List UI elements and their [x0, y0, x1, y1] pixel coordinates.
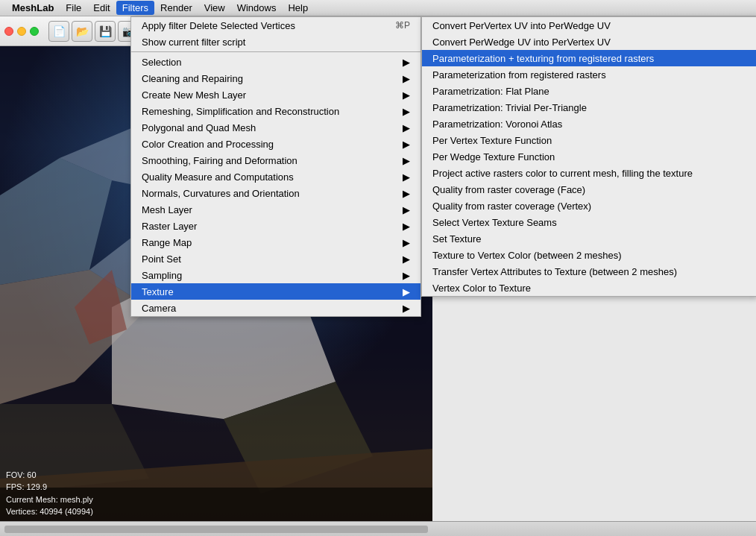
tex-item-9[interactable]: Project active rasters color to current …	[422, 165, 756, 181]
menu-create-mesh[interactable]: Create New Mesh Layer ▶	[131, 86, 420, 103]
menu-remeshing[interactable]: Remeshing, Simplification and Reconstruc…	[131, 103, 420, 119]
menu-texture[interactable]: Texture ▶	[131, 283, 420, 300]
tex-label-6: Parametrization: Voronoi Atlas	[432, 119, 562, 130]
tex-item-3[interactable]: Parameterization from registered rasters	[422, 66, 756, 83]
tex-label-4: Parametrization: Flat Plane	[432, 86, 549, 97]
separator-1	[131, 51, 420, 52]
show-filter-script-item[interactable]: Show current filter script	[131, 34, 420, 50]
maximize-button[interactable]	[30, 27, 39, 36]
apply-filter-shortcut: ⌘P	[395, 20, 410, 31]
mesh-label: Current Mesh: mesh.ply	[6, 494, 93, 506]
sampling-label: Sampling	[142, 270, 182, 281]
open-btn[interactable]: 📂	[72, 21, 92, 42]
menu-polygonal[interactable]: Polygonal and Quad Mesh ▶	[131, 119, 420, 136]
tex-label-16: Vertex Color to Texture	[432, 283, 531, 294]
tex-item-2[interactable]: Parameterization + texturing from regist…	[422, 50, 756, 66]
mesh-layer-label: Mesh Layer	[142, 204, 192, 215]
menu-sampling[interactable]: Sampling ▶	[131, 267, 420, 283]
apply-filter-label: Apply filter Delete Selected Vertices	[142, 20, 295, 31]
range-map-label: Range Map	[142, 237, 192, 248]
apply-filter-item[interactable]: Apply filter Delete Selected Vertices ⌘P	[131, 17, 420, 34]
cleaning-label: Cleaning and Repairing	[142, 73, 243, 84]
tex-item-12[interactable]: Select Vertex Texture Seams	[422, 214, 756, 230]
menu-mesh-layer[interactable]: Mesh Layer ▶	[131, 201, 420, 218]
tex-item-5[interactable]: Parametrization: Trivial Per-Triangle	[422, 99, 756, 116]
tex-item-16[interactable]: Vertex Color to Texture	[422, 280, 756, 296]
menu-point-set[interactable]: Point Set ▶	[131, 250, 420, 267]
tex-item-7[interactable]: Per Vertex Texture Function	[422, 132, 756, 148]
menu-windows[interactable]: Windows	[231, 1, 283, 15]
tex-item-10[interactable]: Quality from raster coverage (Face)	[422, 181, 756, 198]
minimize-button[interactable]	[17, 27, 26, 36]
menu-quality[interactable]: Quality Measure and Computations ▶	[131, 168, 420, 185]
tex-item-14[interactable]: Texture to Vertex Color (between 2 meshe…	[422, 247, 756, 263]
menu-render[interactable]: Render	[154, 1, 198, 15]
color-label: Color Creation and Processing	[142, 139, 274, 150]
raster-layer-arrow: ▶	[403, 221, 410, 232]
progress-bar-area	[0, 521, 432, 536]
tex-item-15[interactable]: Transfer Vertex Attributes to Texture (b…	[422, 263, 756, 280]
mesh-layer-arrow: ▶	[403, 204, 410, 215]
tex-item-13[interactable]: Set Texture	[422, 230, 756, 247]
create-mesh-arrow: ▶	[403, 89, 410, 101]
menu-selection[interactable]: Selection ▶	[131, 54, 420, 70]
point-set-label: Point Set	[142, 253, 181, 265]
menu-file[interactable]: File	[60, 1, 87, 15]
tex-label-5: Parametrization: Trivial Per-Triangle	[432, 102, 587, 113]
remeshing-arrow: ▶	[403, 106, 410, 117]
tex-item-11[interactable]: Quality from raster coverage (Vertex)	[422, 198, 756, 214]
tex-item-4[interactable]: Parametrization: Flat Plane	[422, 83, 756, 99]
raster-layer-label: Raster Layer	[142, 221, 197, 232]
close-button[interactable]	[4, 27, 13, 36]
menu-view[interactable]: View	[198, 1, 231, 15]
smoothing-arrow: ▶	[403, 155, 410, 166]
quality-label: Quality Measure and Computations	[142, 171, 294, 183]
menu-range-map[interactable]: Range Map ▶	[131, 234, 420, 250]
sampling-arrow: ▶	[403, 270, 410, 281]
tex-label-11: Quality from raster coverage (Vertex)	[432, 201, 591, 212]
menu-smoothing[interactable]: Smoothing, Fairing and Deformation ▶	[131, 152, 420, 168]
menu-meshlab[interactable]: MeshLab	[6, 1, 60, 15]
save-btn[interactable]: 💾	[95, 21, 116, 42]
tex-label-8: Per Wedge Texture Function	[432, 151, 555, 163]
filters-dropdown: Apply filter Delete Selected Vertices ⌘P…	[130, 16, 421, 317]
remeshing-label: Remeshing, Simplification and Reconstruc…	[142, 106, 339, 117]
quality-arrow: ▶	[403, 171, 410, 183]
texture-submenu: Convert PerVertex UV into PerWedge UV Co…	[421, 16, 756, 297]
tex-label-15: Transfer Vertex Attributes to Texture (b…	[432, 266, 677, 277]
menu-filters[interactable]: Filters	[116, 1, 154, 15]
menu-edit[interactable]: Edit	[87, 1, 116, 15]
tex-item-0[interactable]: Convert PerVertex UV into PerWedge UV	[422, 17, 756, 34]
traffic-lights-main	[4, 27, 39, 36]
polygonal-label: Polygonal and Quad Mesh	[142, 122, 256, 133]
menu-color[interactable]: Color Creation and Processing ▶	[131, 136, 420, 152]
menu-camera[interactable]: Camera ▶	[131, 300, 420, 316]
tex-item-8[interactable]: Per Wedge Texture Function	[422, 148, 756, 165]
texture-arrow: ▶	[403, 286, 410, 297]
normals-label: Normals, Curvatures and Orientation	[142, 188, 300, 199]
color-arrow: ▶	[403, 139, 410, 150]
tex-label-7: Per Vertex Texture Function	[432, 135, 552, 146]
normals-arrow: ▶	[403, 188, 410, 199]
menu-raster-layer[interactable]: Raster Layer ▶	[131, 218, 420, 234]
tex-label-9: Project active rasters color to current …	[432, 168, 693, 179]
tex-label-12: Select Vertex Texture Seams	[432, 217, 557, 228]
texture-label: Texture	[142, 286, 174, 297]
point-set-arrow: ▶	[403, 253, 410, 265]
cleaning-arrow: ▶	[403, 73, 410, 84]
fov-text: FOV: 60	[6, 469, 37, 482]
show-filter-script-label: Show current filter script	[142, 37, 245, 48]
create-mesh-label: Create New Mesh Layer	[142, 89, 246, 101]
tex-item-6[interactable]: Parametrization: Voronoi Atlas	[422, 116, 756, 132]
tex-label-1: Convert PerWedge UV into PerVertex UV	[432, 37, 611, 48]
menu-cleaning[interactable]: Cleaning and Repairing ▶	[131, 70, 420, 86]
menu-normals[interactable]: Normals, Curvatures and Orientation ▶	[131, 185, 420, 201]
tex-item-1[interactable]: Convert PerWedge UV into PerVertex UV	[422, 34, 756, 50]
range-map-arrow: ▶	[403, 237, 410, 248]
menu-help[interactable]: Help	[282, 1, 314, 15]
fps-text: FPS: 129.9	[6, 481, 47, 494]
menubar: MeshLab File Edit Filters Render View Wi…	[0, 0, 756, 16]
new-btn[interactable]: 📄	[48, 21, 69, 42]
selection-arrow: ▶	[403, 57, 410, 68]
smoothing-label: Smoothing, Fairing and Deformation	[142, 155, 297, 166]
